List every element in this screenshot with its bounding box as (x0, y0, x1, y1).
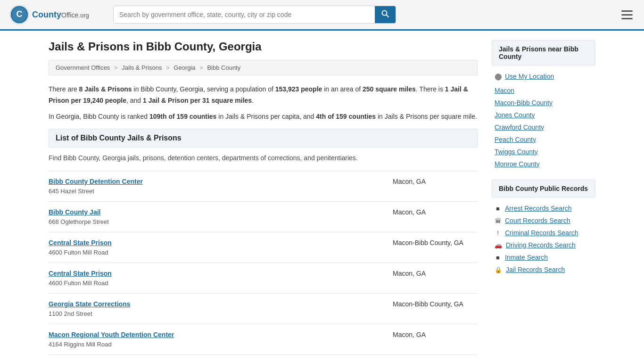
facility-city: Macon, GA (383, 178, 478, 185)
facility-info: Central State Prison 4600 Fulton Mill Ro… (49, 239, 383, 256)
highlight-count: 8 Jails & Prisons (79, 85, 132, 93)
facility-address: 668 Oglethorpe Street (49, 218, 109, 225)
facility-name[interactable]: Central State Prison (49, 239, 383, 247)
facility-info: Macon Regional Youth Detention Center 41… (49, 331, 383, 348)
record-link[interactable]: Jail Records Search (506, 266, 565, 273)
facility-info: Central State Prison 4600 Fulton Mill Ro… (49, 270, 383, 287)
menu-line (621, 18, 633, 19)
facility-item: Georgia State Corrections 1100 2nd Stree… (49, 293, 478, 324)
public-record-item: 🔒 Jail Records Search (492, 263, 595, 276)
nearby-link[interactable]: Peach County (492, 133, 595, 146)
facility-name[interactable]: Macon Regional Youth Detention Center (49, 331, 383, 338)
record-icon: 🏛 (495, 217, 501, 224)
search-icon (381, 10, 389, 17)
public-record-item: ■ Inmate Search (492, 251, 595, 263)
nearby-title: Jails & Prisons near Bibb County (492, 40, 595, 66)
search-button[interactable] (375, 6, 396, 23)
nearby-link[interactable]: Crawford County (492, 121, 595, 133)
list-section-header: List of Bibb County Jails & Prisons (49, 129, 478, 148)
public-record-item: ■ Arrest Records Search (492, 202, 595, 214)
nearby-link[interactable]: Macon-Bibb County (492, 97, 595, 109)
facility-info: Georgia State Corrections 1100 2nd Stree… (49, 300, 383, 317)
facility-item: Bibb County Jail 668 Oglethorpe Street M… (49, 201, 478, 232)
highlight-pop: 153,923 people (275, 85, 322, 93)
record-link[interactable]: Court Records Search (505, 217, 570, 224)
facility-list: Bibb County Detention Center 645 Hazel S… (49, 171, 478, 362)
facility-city: Macon-Bibb County, GA (383, 239, 478, 247)
nearby-section: Jails & Prisons near Bibb County ⬤ Use M… (492, 40, 595, 170)
description-block: There are 8 Jails & Prisons in Bibb Coun… (49, 84, 478, 122)
record-link[interactable]: Criminal Records Search (505, 229, 578, 237)
facility-address: 1100 2nd Street (49, 310, 92, 317)
nearby-link[interactable]: Twiggs County (492, 146, 595, 158)
facility-item: Macon Regional Youth Detention Center 41… (49, 324, 478, 354)
facility-name[interactable]: Georgia State Corrections (49, 300, 383, 308)
nearby-links: MaconMacon-Bibb CountyJones CountyCrawfo… (492, 84, 595, 170)
breadcrumb: Government Offices > Jails & Prisons > G… (49, 60, 478, 75)
facility-address: 4600 Fulton Mill Road (49, 280, 108, 287)
use-location-row: ⬤ Use My Location (492, 70, 595, 82)
svg-text:C: C (17, 9, 23, 19)
public-record-item: ! Criminal Records Search (492, 227, 595, 239)
highlight-area: 250 square miles (363, 85, 416, 93)
record-link[interactable]: Driving Records Search (506, 241, 576, 249)
nearby-link[interactable]: Monroe County (492, 158, 595, 170)
location-icon: ⬤ (495, 73, 502, 80)
breadcrumb-sep: > (166, 64, 171, 71)
facility-address: 4164 Riggins Mill Road (49, 341, 112, 348)
public-records-title: Bibb County Public Records (492, 180, 595, 197)
menu-line (621, 14, 633, 16)
facility-name[interactable]: Bibb County Detention Center (49, 178, 383, 185)
facility-name[interactable]: Central State Prison (49, 270, 383, 277)
record-icon: 🔒 (495, 266, 502, 273)
public-records-list: ■ Arrest Records Search 🏛 Court Records … (492, 202, 595, 276)
facility-city: Macon, GA (383, 331, 478, 338)
logo-area: C CountyOffice.org (9, 5, 104, 25)
content-area: Jails & Prisons in Bibb County, Georgia … (49, 40, 478, 362)
svg-line-5 (387, 15, 389, 17)
menu-line (621, 10, 633, 12)
header: C CountyOffice.org (0, 0, 644, 31)
record-icon: 🚗 (495, 242, 502, 249)
record-icon: ■ (495, 205, 501, 212)
facility-item: Bibb County Detention Center 645 Hazel S… (49, 171, 478, 201)
facility-item: Central State Prison 4600 Fulton Mill Ro… (49, 232, 478, 263)
facility-item: Macon Transitional Center (49, 354, 478, 362)
facility-info: Bibb County Jail 668 Oglethorpe Street (49, 208, 383, 225)
use-location-link[interactable]: Use My Location (505, 73, 554, 80)
public-record-item: 🏛 Court Records Search (492, 214, 595, 227)
highlight-rank1: 109th of 159 counties (149, 113, 216, 120)
facility-city: Macon-Bibb County, GA (383, 300, 478, 308)
breadcrumb-georgia[interactable]: Georgia (173, 64, 195, 71)
breadcrumb-bibb[interactable]: Bibb County (207, 64, 240, 71)
breadcrumb-gov-offices[interactable]: Government Offices (56, 64, 110, 71)
list-description: Find Bibb County, Georgia jails, prisons… (49, 153, 478, 163)
nearby-link[interactable]: Macon (492, 84, 595, 97)
facility-address: 645 Hazel Street (49, 188, 94, 195)
hamburger-menu-icon[interactable] (619, 8, 635, 21)
facility-info: Bibb County Detention Center 645 Hazel S… (49, 178, 383, 195)
search-input[interactable] (114, 6, 375, 23)
logo-text: CountyOffice.org (32, 10, 89, 20)
main-wrap: Jails & Prisons in Bibb County, Georgia … (39, 31, 605, 362)
breadcrumb-jails[interactable]: Jails & Prisons (122, 64, 162, 71)
sidebar: Jails & Prisons near Bibb County ⬤ Use M… (492, 40, 595, 362)
facility-address: 4600 Fulton Mill Road (49, 249, 108, 256)
highlight-per2: 1 Jail & Prison per 31 square miles (143, 97, 252, 104)
facility-city: Macon, GA (383, 270, 478, 277)
breadcrumb-sep: > (199, 64, 205, 71)
record-icon: ■ (495, 254, 501, 261)
breadcrumb-sep: > (114, 64, 119, 71)
logo-icon: C (9, 5, 29, 25)
facility-name[interactable]: Bibb County Jail (49, 208, 383, 216)
record-link[interactable]: Arrest Records Search (505, 205, 572, 212)
record-icon: ! (495, 230, 501, 237)
nearby-link[interactable]: Jones County (492, 109, 595, 121)
record-link[interactable]: Inmate Search (505, 254, 548, 261)
facility-city: Macon, GA (383, 208, 478, 216)
search-bar (113, 6, 396, 24)
page-title: Jails & Prisons in Bibb County, Georgia (49, 40, 478, 53)
facility-item: Central State Prison 4600 Fulton Mill Ro… (49, 263, 478, 293)
public-records-section: Bibb County Public Records ■ Arrest Reco… (492, 180, 595, 276)
public-record-item: 🚗 Driving Records Search (492, 239, 595, 251)
